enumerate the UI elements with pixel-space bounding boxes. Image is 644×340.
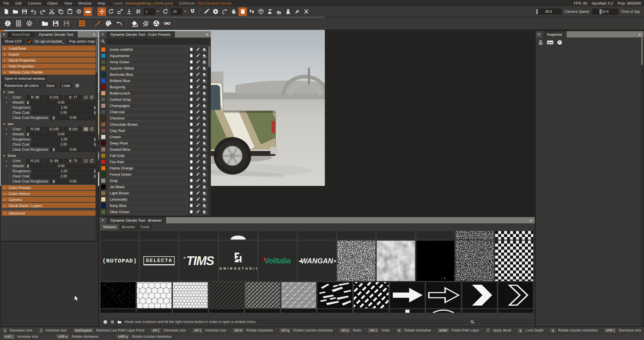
pencil-icon[interactable] [195, 79, 200, 83]
preset-color-swatch[interactable] [101, 78, 106, 83]
color-r-value[interactable]: R:156 [26, 127, 44, 131]
preset-name-field[interactable]: Olive Green [107, 209, 187, 214]
texture-tile[interactable] [245, 282, 280, 308]
settings-gear-button[interactable] [75, 7, 83, 16]
preset-name-field[interactable]: Navy Blue [107, 203, 187, 208]
pencil-icon[interactable] [195, 97, 200, 101]
section-advanced[interactable]: > Advanced [2, 211, 97, 216]
alert-gear-button[interactable] [3, 19, 13, 28]
texture-tile-wangan[interactable]: ◂WANGAN▸ [298, 241, 336, 281]
trash-icon[interactable] [189, 166, 194, 170]
pencil-icon[interactable] [195, 122, 200, 126]
close-icon[interactable]: × [527, 218, 535, 223]
road-button[interactable] [284, 7, 292, 16]
show-cef-button[interactable]: Show CEF [2, 39, 25, 44]
new-badge-icon[interactable]: NEW [547, 40, 554, 45]
pencil-icon[interactable] [195, 110, 200, 114]
texture-tile[interactable] [173, 282, 208, 308]
pencil-icon[interactable] [195, 185, 200, 189]
panel-collapse-icon[interactable]: ▼ [99, 31, 106, 37]
texture-tile[interactable] [456, 241, 494, 281]
paste-button[interactable] [65, 7, 74, 16]
texture-tile-partial[interactable] [173, 309, 208, 313]
slider[interactable]: 0.06 [50, 116, 96, 120]
trash-icon[interactable] [189, 154, 194, 158]
texture-tile-partial[interactable] [281, 309, 316, 313]
slider[interactable]: 0.00 [26, 100, 96, 105]
preset-color-swatch[interactable] [101, 97, 106, 102]
slider[interactable]: 1.00 [31, 142, 96, 147]
pencil-icon[interactable] [195, 116, 200, 120]
preset-name-field[interactable]: Fall Gold [107, 153, 187, 158]
texture-tile[interactable] [137, 282, 172, 308]
close-icon[interactable]: × [90, 32, 98, 37]
color-b-value[interactable]: B:119 [64, 127, 82, 131]
time-of-day-slider[interactable]: 10.0 [592, 9, 618, 15]
menu-help[interactable]: Help [94, 0, 108, 6]
fill-bucket-icon[interactable] [202, 197, 207, 201]
trash-icon[interactable] [189, 129, 194, 133]
slider[interactable]: 0.00 [26, 132, 96, 137]
trash-icon[interactable] [189, 97, 194, 101]
hatch-button[interactable] [140, 19, 151, 28]
panel-collapse-icon[interactable]: ▼ [99, 217, 106, 223]
preset-name-field[interactable]: Flame Orange [107, 165, 187, 171]
trash-icon[interactable] [189, 47, 194, 51]
texture-tile[interactable] [101, 282, 135, 308]
pencil-icon[interactable] [195, 60, 200, 64]
preset-color-swatch[interactable] [101, 60, 106, 64]
close-icon[interactable]: × [203, 32, 211, 37]
arrow-down-icon[interactable]: ▼ [5, 101, 8, 104]
slider[interactable]: 1.00 [32, 106, 96, 110]
mesh-cube-button[interactable] [257, 7, 265, 16]
redo-button[interactable] [38, 7, 47, 16]
preset-color-swatch[interactable] [101, 91, 106, 96]
trash-icon[interactable] [189, 116, 194, 120]
tab-brushes[interactable]: Brushes [119, 224, 137, 230]
pencil-icon[interactable] [195, 191, 200, 195]
color-r-value[interactable]: R: 86 [26, 95, 44, 100]
palette-group-header[interactable]: ▼two [3, 121, 96, 126]
fill-bucket-icon[interactable] [202, 72, 207, 76]
preset-name-field[interactable]: Army Green [107, 59, 187, 64]
fill-bucket-icon[interactable] [202, 179, 207, 182]
texture-tile-partial[interactable] [456, 231, 494, 240]
preset-name-field[interactable]: Autumn Yellow [107, 66, 187, 71]
preset-name-field[interactable]: Deep Plum [107, 140, 187, 146]
trash-icon[interactable] [189, 135, 194, 139]
palette-button[interactable] [103, 19, 113, 28]
fill-bucket-icon[interactable] [202, 191, 207, 195]
close-icon[interactable]: × [636, 32, 643, 37]
texture-tile[interactable] [416, 241, 454, 281]
preset-color-swatch[interactable] [101, 135, 106, 139]
presets-scrollbar[interactable] [208, 46, 211, 215]
trash-icon[interactable] [189, 122, 194, 126]
texture-tile[interactable] [390, 282, 425, 308]
menu-file[interactable]: File [0, 0, 12, 6]
scale-button[interactable] [116, 7, 124, 16]
preset-name-field[interactable]: Burgundy [107, 84, 187, 89]
search-icon[interactable] [470, 320, 474, 324]
gear-icon[interactable] [75, 83, 80, 88]
trash-icon[interactable] [189, 160, 194, 164]
fill-bucket-icon[interactable] [202, 135, 207, 139]
arrow-down-icon[interactable]: ▼ [5, 133, 8, 136]
fill-bucket-icon[interactable] [202, 122, 207, 126]
arrow-up-icon[interactable]: ▲ [5, 159, 8, 162]
panel-collapse-icon[interactable]: ▼ [1, 31, 7, 37]
pencil-icon[interactable] [195, 203, 200, 207]
gear-button[interactable] [24, 19, 34, 28]
menu-object[interactable]: Object [44, 0, 61, 6]
fill-bucket-icon[interactable] [202, 110, 207, 114]
trash-icon[interactable] [189, 203, 194, 207]
refresh-icon[interactable] [90, 95, 94, 99]
copy-button[interactable] [56, 7, 65, 16]
rotate-snap-button[interactable] [161, 7, 170, 16]
help-icon[interactable]: ? [557, 40, 562, 45]
menu-window[interactable]: Window [75, 0, 94, 6]
texture-tile[interactable] [377, 241, 415, 281]
section-camera[interactable]: >Camera [2, 197, 97, 202]
trash-icon[interactable] [189, 110, 194, 114]
preset-name-field[interactable]: Charcoal [107, 109, 187, 114]
brush-button[interactable] [92, 19, 103, 28]
